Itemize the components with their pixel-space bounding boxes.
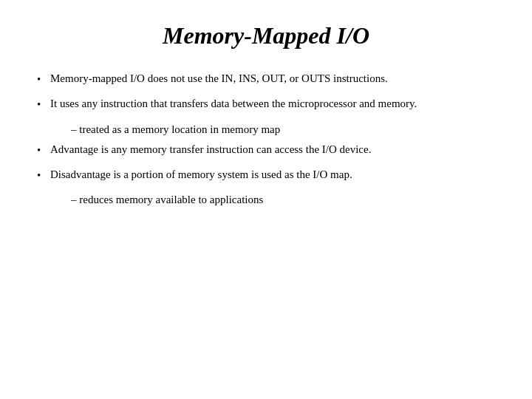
bullet-dot: • xyxy=(37,71,50,88)
sub-text: – reduces memory available to applicatio… xyxy=(71,191,495,208)
sub-item: – reduces memory available to applicatio… xyxy=(58,191,495,208)
bullet-dot: • xyxy=(37,96,50,113)
bullet-text: It uses any instruction that transfers d… xyxy=(50,95,495,112)
bullet-text: Advantage is any memory transfer instruc… xyxy=(50,141,495,158)
list-item: • Disadvantage is a portion of memory sy… xyxy=(37,166,495,184)
bullet-dot: • xyxy=(37,142,50,159)
bullet-text: Disadvantage is a portion of memory syst… xyxy=(50,166,495,183)
bullet-text: Memory-mapped I/O does not use the IN, I… xyxy=(50,70,495,87)
bullet-dot: • xyxy=(37,167,50,184)
slide-content: • Memory-mapped I/O does not use the IN,… xyxy=(37,70,495,212)
sub-item: – treated as a memory location in memory… xyxy=(58,121,495,138)
list-item: • Memory-mapped I/O does not use the IN,… xyxy=(37,70,495,88)
sub-text: – treated as a memory location in memory… xyxy=(71,121,495,138)
list-item: • It uses any instruction that transfers… xyxy=(37,95,495,113)
list-item: • Advantage is any memory transfer instr… xyxy=(37,141,495,159)
slide-title: Memory-Mapped I/O xyxy=(163,22,369,50)
